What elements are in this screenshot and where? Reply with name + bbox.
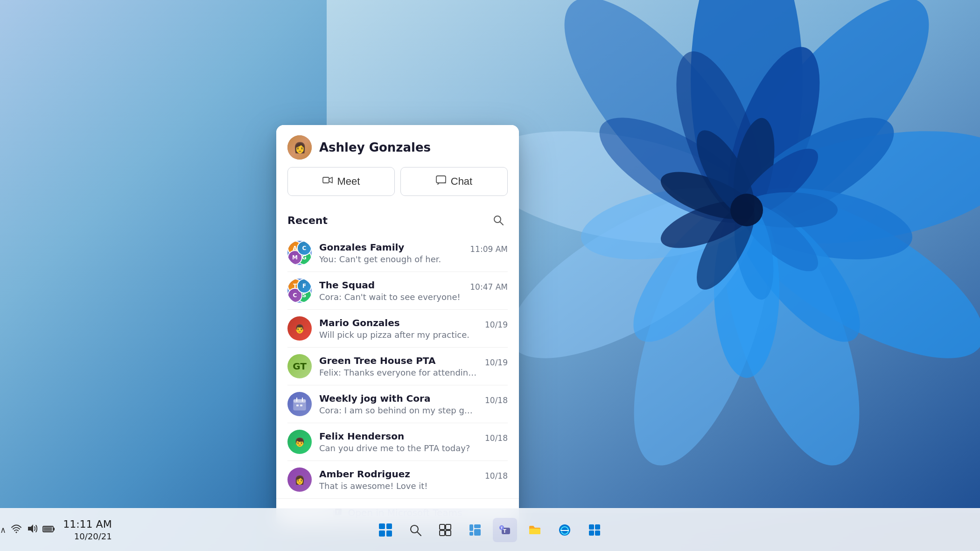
avatar: GT bbox=[287, 354, 312, 378]
chat-time: 10:47 AM bbox=[470, 282, 508, 292]
chat-content: Felix Henderson Can you drive me to the … bbox=[319, 431, 477, 453]
taskbar-icons: T T bbox=[373, 518, 607, 542]
search-button[interactable] bbox=[489, 211, 508, 230]
svg-point-28 bbox=[730, 194, 763, 226]
user-name: Ashley Gonzales bbox=[319, 140, 431, 154]
chat-content: Green Tree House PTA Felix: Thanks every… bbox=[319, 355, 477, 377]
svg-point-62 bbox=[16, 531, 17, 533]
teams-taskbar-button[interactable]: T T bbox=[493, 518, 517, 542]
system-icons: ∧ bbox=[0, 523, 56, 537]
svg-rect-37 bbox=[296, 405, 299, 406]
store-button[interactable] bbox=[582, 518, 607, 542]
widgets-button[interactable] bbox=[463, 518, 487, 542]
list-item[interactable]: Weekly jog with Cora Cora: I am so behin… bbox=[276, 385, 519, 423]
system-tray: ∧ bbox=[0, 518, 112, 542]
chat-preview: Can you drive me to the PTA today? bbox=[319, 443, 477, 453]
avatar bbox=[287, 392, 312, 416]
svg-rect-65 bbox=[53, 528, 55, 530]
start-button[interactable] bbox=[373, 518, 398, 542]
search-taskbar-button[interactable] bbox=[403, 518, 427, 542]
svg-rect-46 bbox=[440, 530, 445, 536]
chat-name: Weekly jog with Cora bbox=[319, 393, 477, 404]
svg-line-32 bbox=[500, 222, 503, 225]
avatar: T S C F bbox=[287, 279, 312, 303]
svg-rect-48 bbox=[469, 524, 473, 531]
chat-preview: That is awesome! Love it! bbox=[319, 481, 477, 491]
chevron-icon[interactable]: ∧ bbox=[0, 525, 6, 535]
chat-content: Weekly jog with Cora Cora: I am so behin… bbox=[319, 393, 477, 415]
svg-rect-66 bbox=[44, 527, 52, 531]
file-explorer-button[interactable] bbox=[523, 518, 547, 542]
svg-rect-60 bbox=[589, 530, 594, 536]
popup-header: 👩 Ashley Gonzales bbox=[276, 125, 519, 167]
svg-rect-59 bbox=[595, 524, 600, 530]
chat-content: The Squad Cora: Can't wait to see everyo… bbox=[319, 279, 462, 302]
chat-name: Gonzales Family bbox=[319, 242, 462, 253]
svg-text:T: T bbox=[503, 529, 506, 534]
chat-content: Mario Gonzales Will pick up pizza after … bbox=[319, 317, 477, 340]
chat-icon bbox=[436, 175, 446, 188]
chat-list: A G M C Gonzales Family You: Can't get e… bbox=[276, 234, 519, 498]
svg-rect-50 bbox=[474, 529, 481, 536]
svg-rect-58 bbox=[589, 524, 594, 530]
svg-rect-30 bbox=[436, 176, 446, 183]
list-item[interactable]: 👦 Felix Henderson Can you drive me to th… bbox=[276, 423, 519, 460]
svg-rect-44 bbox=[440, 524, 445, 530]
svg-rect-38 bbox=[300, 405, 302, 406]
list-item[interactable]: 👨 Mario Gonzales Will pick up pizza afte… bbox=[276, 310, 519, 347]
svg-rect-56 bbox=[529, 529, 540, 534]
battery-icon bbox=[42, 524, 56, 536]
volume-icon bbox=[27, 523, 38, 537]
svg-rect-34 bbox=[294, 399, 306, 403]
chat-time: 11:09 AM bbox=[470, 244, 508, 254]
svg-text:T: T bbox=[501, 526, 503, 530]
chat-time: 10/19 bbox=[485, 320, 508, 329]
chat-time: 10/18 bbox=[485, 396, 508, 405]
chat-name: Amber Rodriguez bbox=[319, 468, 477, 480]
chat-time: 10/18 bbox=[485, 433, 508, 443]
recent-label: Recent bbox=[287, 215, 328, 226]
chat-preview: Cora: I am so behind on my step goals. bbox=[319, 405, 477, 415]
svg-rect-45 bbox=[446, 524, 451, 530]
chat-preview: Felix: Thanks everyone for attending tod… bbox=[319, 368, 477, 377]
list-item[interactable]: 👩 Amber Rodriguez That is awesome! Love … bbox=[276, 461, 519, 498]
chat-popup: 👩 Ashley Gonzales Meet bbox=[276, 125, 519, 527]
chat-name: Green Tree House PTA bbox=[319, 355, 477, 366]
chat-content: Gonzales Family You: Can't get enough of… bbox=[319, 242, 462, 264]
list-item[interactable]: GT Green Tree House PTA Felix: Thanks ev… bbox=[276, 348, 519, 385]
svg-rect-61 bbox=[595, 530, 600, 536]
chat-time: 10/19 bbox=[485, 358, 508, 367]
task-view-button[interactable] bbox=[433, 518, 457, 542]
chat-button[interactable]: Chat bbox=[400, 167, 508, 196]
date-display: 10/20/21 bbox=[63, 531, 112, 542]
chat-name: The Squad bbox=[319, 279, 462, 291]
avatar: 👨 bbox=[287, 316, 312, 341]
chat-preview: Will pick up pizza after my practice. bbox=[319, 330, 477, 340]
avatar: 👩 bbox=[287, 467, 312, 492]
svg-rect-49 bbox=[474, 524, 481, 528]
meet-button-label: Meet bbox=[337, 175, 360, 188]
action-buttons: Meet Chat bbox=[276, 167, 519, 204]
time-display: 11:11 AM bbox=[63, 518, 112, 531]
chat-content: Amber Rodriguez That is awesome! Love it… bbox=[319, 468, 477, 491]
svg-line-43 bbox=[417, 532, 421, 536]
list-item[interactable]: T S C F The Squad Cora: Can't wait to se… bbox=[276, 272, 519, 309]
svg-rect-51 bbox=[469, 532, 473, 536]
meet-button[interactable]: Meet bbox=[287, 167, 395, 196]
user-avatar: 👩 bbox=[287, 135, 312, 160]
desktop: 👩 Ashley Gonzales Meet bbox=[0, 0, 980, 551]
svg-rect-47 bbox=[446, 530, 451, 536]
chat-time: 10/18 bbox=[485, 471, 508, 481]
chat-name: Mario Gonzales bbox=[319, 317, 477, 328]
edge-button[interactable] bbox=[553, 518, 577, 542]
recent-header: Recent bbox=[276, 204, 519, 234]
svg-marker-63 bbox=[28, 524, 33, 533]
taskbar: T T bbox=[0, 508, 980, 551]
chat-preview: You: Can't get enough of her. bbox=[319, 254, 462, 264]
chat-name: Felix Henderson bbox=[319, 431, 477, 442]
list-item[interactable]: A G M C Gonzales Family You: Can't get e… bbox=[276, 234, 519, 272]
avatar: A G M C bbox=[287, 241, 312, 265]
chat-button-label: Chat bbox=[451, 175, 472, 188]
svg-rect-29 bbox=[323, 177, 329, 183]
chat-preview: Cora: Can't wait to see everyone! bbox=[319, 292, 462, 302]
